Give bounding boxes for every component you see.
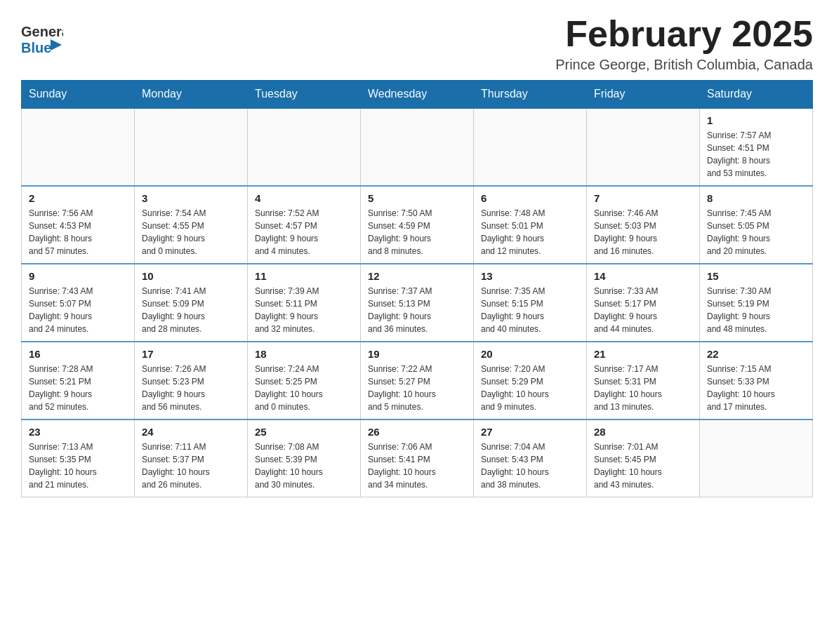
calendar-cell bbox=[361, 108, 474, 186]
day-number: 6 bbox=[481, 192, 579, 204]
svg-text:General: General bbox=[21, 24, 63, 39]
day-info: Sunrise: 7:26 AMSunset: 5:23 PMDaylight:… bbox=[142, 363, 240, 413]
day-info: Sunrise: 7:52 AMSunset: 4:57 PMDaylight:… bbox=[255, 207, 353, 257]
calendar-cell: 9Sunrise: 7:43 AMSunset: 5:07 PMDaylight… bbox=[22, 264, 135, 342]
calendar-cell: 13Sunrise: 7:35 AMSunset: 5:15 PMDayligh… bbox=[474, 264, 587, 342]
day-info: Sunrise: 7:06 AMSunset: 5:41 PMDaylight:… bbox=[368, 441, 466, 491]
day-number: 27 bbox=[481, 426, 579, 438]
calendar-cell: 25Sunrise: 7:08 AMSunset: 5:39 PMDayligh… bbox=[248, 420, 361, 497]
calendar-header-row: SundayMondayTuesdayWednesdayThursdayFrid… bbox=[22, 81, 813, 109]
calendar-cell: 3Sunrise: 7:54 AMSunset: 4:55 PMDaylight… bbox=[135, 186, 248, 264]
day-number: 19 bbox=[368, 348, 466, 360]
weekday-header-saturday: Saturday bbox=[700, 81, 813, 109]
calendar-cell: 18Sunrise: 7:24 AMSunset: 5:25 PMDayligh… bbox=[248, 342, 361, 420]
calendar-cell: 14Sunrise: 7:33 AMSunset: 5:17 PMDayligh… bbox=[587, 264, 700, 342]
day-info: Sunrise: 7:15 AMSunset: 5:33 PMDaylight:… bbox=[707, 363, 805, 413]
day-info: Sunrise: 7:11 AMSunset: 5:37 PMDaylight:… bbox=[142, 441, 240, 491]
day-info: Sunrise: 7:08 AMSunset: 5:39 PMDaylight:… bbox=[255, 441, 353, 491]
svg-text:Blue: Blue bbox=[21, 40, 51, 55]
day-number: 10 bbox=[142, 270, 240, 282]
calendar-week-3: 9Sunrise: 7:43 AMSunset: 5:07 PMDaylight… bbox=[22, 264, 813, 342]
day-number: 11 bbox=[255, 270, 353, 282]
calendar-cell: 20Sunrise: 7:20 AMSunset: 5:29 PMDayligh… bbox=[474, 342, 587, 420]
day-number: 22 bbox=[707, 348, 805, 360]
day-number: 13 bbox=[481, 270, 579, 282]
day-number: 12 bbox=[368, 270, 466, 282]
calendar-cell: 6Sunrise: 7:48 AMSunset: 5:01 PMDaylight… bbox=[474, 186, 587, 264]
day-number: 20 bbox=[481, 348, 579, 360]
day-number: 16 bbox=[29, 348, 127, 360]
weekday-header-wednesday: Wednesday bbox=[361, 81, 474, 109]
day-info: Sunrise: 7:24 AMSunset: 5:25 PMDaylight:… bbox=[255, 363, 353, 413]
day-info: Sunrise: 7:48 AMSunset: 5:01 PMDaylight:… bbox=[481, 207, 579, 257]
calendar-cell: 7Sunrise: 7:46 AMSunset: 5:03 PMDaylight… bbox=[587, 186, 700, 264]
calendar-week-1: 1Sunrise: 7:57 AMSunset: 4:51 PMDaylight… bbox=[22, 108, 813, 186]
calendar-cell: 11Sunrise: 7:39 AMSunset: 5:11 PMDayligh… bbox=[248, 264, 361, 342]
day-info: Sunrise: 7:17 AMSunset: 5:31 PMDaylight:… bbox=[594, 363, 692, 413]
calendar-cell: 12Sunrise: 7:37 AMSunset: 5:13 PMDayligh… bbox=[361, 264, 474, 342]
day-info: Sunrise: 7:37 AMSunset: 5:13 PMDaylight:… bbox=[368, 285, 466, 335]
day-info: Sunrise: 7:13 AMSunset: 5:35 PMDaylight:… bbox=[29, 441, 127, 491]
day-number: 28 bbox=[594, 426, 692, 438]
calendar-cell bbox=[22, 108, 135, 186]
svg-marker-1 bbox=[51, 39, 62, 51]
day-info: Sunrise: 7:20 AMSunset: 5:29 PMDaylight:… bbox=[481, 363, 579, 413]
calendar-week-4: 16Sunrise: 7:28 AMSunset: 5:21 PMDayligh… bbox=[22, 342, 813, 420]
calendar-cell: 16Sunrise: 7:28 AMSunset: 5:21 PMDayligh… bbox=[22, 342, 135, 420]
day-number: 9 bbox=[29, 270, 127, 282]
day-info: Sunrise: 7:46 AMSunset: 5:03 PMDaylight:… bbox=[594, 207, 692, 257]
day-number: 2 bbox=[29, 192, 127, 204]
day-info: Sunrise: 7:30 AMSunset: 5:19 PMDaylight:… bbox=[707, 285, 805, 335]
day-number: 18 bbox=[255, 348, 353, 360]
calendar-cell bbox=[474, 108, 587, 186]
calendar-cell: 17Sunrise: 7:26 AMSunset: 5:23 PMDayligh… bbox=[135, 342, 248, 420]
calendar-cell: 27Sunrise: 7:04 AMSunset: 5:43 PMDayligh… bbox=[474, 420, 587, 497]
calendar-cell: 24Sunrise: 7:11 AMSunset: 5:37 PMDayligh… bbox=[135, 420, 248, 497]
weekday-header-tuesday: Tuesday bbox=[248, 81, 361, 109]
day-info: Sunrise: 7:57 AMSunset: 4:51 PMDaylight:… bbox=[707, 129, 805, 180]
weekday-header-monday: Monday bbox=[135, 81, 248, 109]
day-number: 14 bbox=[594, 270, 692, 282]
calendar-cell bbox=[587, 108, 700, 186]
calendar-cell: 21Sunrise: 7:17 AMSunset: 5:31 PMDayligh… bbox=[587, 342, 700, 420]
day-number: 3 bbox=[142, 192, 240, 204]
day-number: 1 bbox=[707, 114, 805, 126]
day-info: Sunrise: 7:04 AMSunset: 5:43 PMDaylight:… bbox=[481, 441, 579, 491]
logo: General Blue bbox=[21, 21, 63, 62]
calendar-cell: 2Sunrise: 7:56 AMSunset: 4:53 PMDaylight… bbox=[22, 186, 135, 264]
day-number: 4 bbox=[255, 192, 353, 204]
calendar-cell: 19Sunrise: 7:22 AMSunset: 5:27 PMDayligh… bbox=[361, 342, 474, 420]
day-number: 8 bbox=[707, 192, 805, 204]
day-number: 17 bbox=[142, 348, 240, 360]
day-info: Sunrise: 7:22 AMSunset: 5:27 PMDaylight:… bbox=[368, 363, 466, 413]
day-info: Sunrise: 7:50 AMSunset: 4:59 PMDaylight:… bbox=[368, 207, 466, 257]
day-number: 5 bbox=[368, 192, 466, 204]
day-info: Sunrise: 7:45 AMSunset: 5:05 PMDaylight:… bbox=[707, 207, 805, 257]
calendar-week-2: 2Sunrise: 7:56 AMSunset: 4:53 PMDaylight… bbox=[22, 186, 813, 264]
month-title: February 2025 bbox=[555, 14, 813, 54]
calendar-cell: 4Sunrise: 7:52 AMSunset: 4:57 PMDaylight… bbox=[248, 186, 361, 264]
day-info: Sunrise: 7:41 AMSunset: 5:09 PMDaylight:… bbox=[142, 285, 240, 335]
calendar-cell: 28Sunrise: 7:01 AMSunset: 5:45 PMDayligh… bbox=[587, 420, 700, 497]
title-section: February 2025 Prince George, British Col… bbox=[555, 14, 813, 73]
calendar-cell: 22Sunrise: 7:15 AMSunset: 5:33 PMDayligh… bbox=[700, 342, 813, 420]
calendar-cell bbox=[135, 108, 248, 186]
logo-icon: General Blue bbox=[21, 21, 63, 62]
day-info: Sunrise: 7:33 AMSunset: 5:17 PMDaylight:… bbox=[594, 285, 692, 335]
day-number: 23 bbox=[29, 426, 127, 438]
page-header: General Blue February 2025 Prince George… bbox=[21, 14, 813, 73]
calendar-cell: 26Sunrise: 7:06 AMSunset: 5:41 PMDayligh… bbox=[361, 420, 474, 497]
calendar-cell bbox=[700, 420, 813, 497]
calendar-cell: 1Sunrise: 7:57 AMSunset: 4:51 PMDaylight… bbox=[700, 108, 813, 186]
day-number: 26 bbox=[368, 426, 466, 438]
day-number: 7 bbox=[594, 192, 692, 204]
calendar-cell bbox=[248, 108, 361, 186]
day-info: Sunrise: 7:28 AMSunset: 5:21 PMDaylight:… bbox=[29, 363, 127, 413]
calendar-cell: 8Sunrise: 7:45 AMSunset: 5:05 PMDaylight… bbox=[700, 186, 813, 264]
calendar-cell: 23Sunrise: 7:13 AMSunset: 5:35 PMDayligh… bbox=[22, 420, 135, 497]
day-info: Sunrise: 7:56 AMSunset: 4:53 PMDaylight:… bbox=[29, 207, 127, 257]
day-info: Sunrise: 7:43 AMSunset: 5:07 PMDaylight:… bbox=[29, 285, 127, 335]
day-number: 21 bbox=[594, 348, 692, 360]
day-info: Sunrise: 7:39 AMSunset: 5:11 PMDaylight:… bbox=[255, 285, 353, 335]
calendar-cell: 5Sunrise: 7:50 AMSunset: 4:59 PMDaylight… bbox=[361, 186, 474, 264]
